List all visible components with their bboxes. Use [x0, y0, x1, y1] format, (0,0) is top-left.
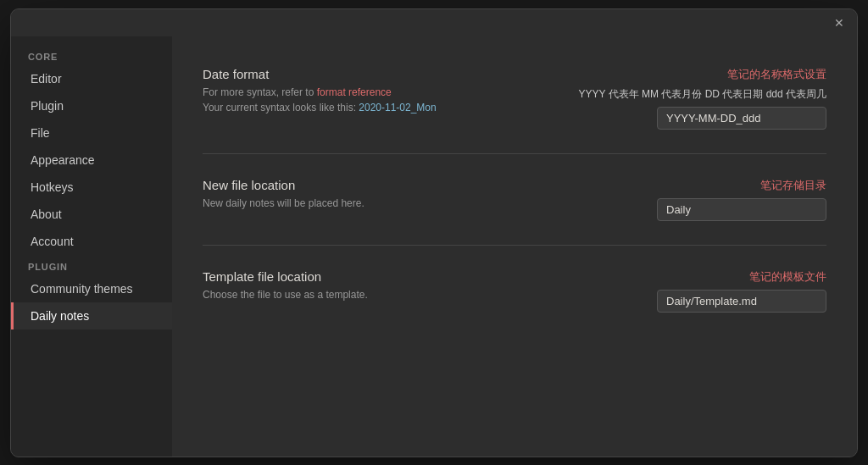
sidebar-item-account[interactable]: Account	[11, 228, 172, 255]
section-new-file-location: New file location New daily notes will b…	[203, 171, 826, 228]
setting-desc-new-file-location: New daily notes will be placed here.	[203, 196, 623, 211]
setting-current-val: 2020-11-02_Mon	[359, 102, 436, 113]
setting-right-new-file-location: 笔记存储目录	[640, 178, 826, 221]
setting-left-date-format: Date format For more syntax, refer to fo…	[203, 67, 562, 115]
plugin-section-label: PLUGIN	[11, 255, 172, 275]
sidebar-item-editor[interactable]: Editor	[11, 65, 172, 92]
divider-2	[203, 245, 826, 246]
section-date-format: Date format For more syntax, refer to fo…	[203, 60, 826, 136]
sidebar-item-daily-notes[interactable]: Daily notes	[11, 302, 172, 329]
sidebar-item-file[interactable]: File	[11, 119, 172, 147]
sidebar-item-about[interactable]: About	[11, 201, 172, 228]
sidebar-item-plugin[interactable]: Plugin	[11, 92, 172, 119]
sidebar-item-community-themes[interactable]: Community themes	[11, 275, 172, 302]
setting-label-cn-template: 笔记的模板文件	[749, 269, 826, 285]
setting-desc-new-file: New daily notes will be placed here.	[203, 197, 364, 209]
date-format-input[interactable]	[657, 107, 826, 130]
setting-desc-date-format: For more syntax, refer to format referen…	[203, 85, 562, 115]
template-file-location-input[interactable]	[657, 290, 826, 313]
setting-label-cn-new-file: 笔记存储目录	[760, 178, 826, 193]
settings-window: ✕ CORE Editor Plugin File Appearance Hot…	[10, 8, 858, 457]
setting-note-cn-date-format: YYYY 代表年 MM 代表月份 DD 代表日期 ddd 代表周几	[579, 87, 826, 102]
close-button[interactable]: ✕	[832, 15, 847, 30]
setting-desc-line2: Your current syntax looks like this:	[203, 102, 359, 113]
setting-right-date-format: 笔记的名称格式设置 YYYY 代表年 MM 代表月份 DD 代表日期 ddd 代…	[579, 67, 826, 130]
setting-title-new-file-location: New file location	[203, 178, 623, 192]
setting-label-cn-date-format: 笔记的名称格式设置	[727, 67, 826, 82]
sidebar-item-appearance[interactable]: Appearance	[11, 147, 172, 174]
content-area: CORE Editor Plugin File Appearance Hotke…	[11, 36, 857, 457]
format-reference-link[interactable]: format reference	[317, 86, 392, 98]
setting-row-template-file-location: Template file location Choose the file t…	[203, 263, 826, 319]
section-template-file-location: Template file location Choose the file t…	[203, 263, 826, 319]
setting-right-template-file-location: 笔记的模板文件	[640, 269, 826, 313]
divider-1	[203, 153, 826, 154]
core-section-label: CORE	[11, 45, 172, 65]
setting-left-template-file-location: Template file location Choose the file t…	[203, 269, 623, 302]
setting-left-new-file-location: New file location New daily notes will b…	[203, 178, 623, 211]
setting-title-date-format: Date format	[203, 67, 562, 81]
setting-desc-prefix: For more syntax, refer to	[203, 86, 317, 98]
sidebar: CORE Editor Plugin File Appearance Hotke…	[11, 36, 172, 457]
setting-row-new-file-location: New file location New daily notes will b…	[203, 171, 826, 228]
title-bar: ✕	[11, 9, 857, 36]
main-content: Date format For more syntax, refer to fo…	[172, 36, 857, 457]
setting-row-date-format: Date format For more syntax, refer to fo…	[203, 60, 826, 136]
setting-title-template-file-location: Template file location	[203, 269, 623, 284]
setting-desc-template-file-location: Choose the file to use as a template.	[203, 287, 623, 302]
sidebar-item-hotkeys[interactable]: Hotkeys	[11, 174, 172, 201]
new-file-location-input[interactable]	[657, 198, 826, 221]
setting-desc-template: Choose the file to use as a template.	[203, 289, 368, 301]
